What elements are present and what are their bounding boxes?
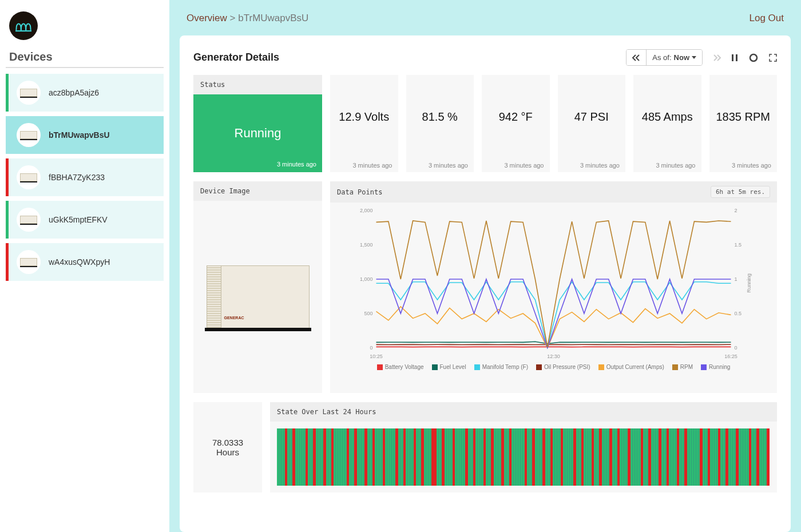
stat-value: 81.5 % <box>406 75 474 158</box>
chart-body: 05001,0001,5002,00000.511.52Running10:25… <box>330 203 777 375</box>
state24-header: State Over Last 24 Hours <box>270 402 777 422</box>
refresh-button[interactable] <box>748 53 759 63</box>
state-segment <box>398 428 403 486</box>
legend-item[interactable]: Oil Pressure (PSI) <box>536 364 590 370</box>
time-prev-button[interactable] <box>626 50 647 65</box>
mid-row: Device Image GENERAC Data Points 6h at 5… <box>193 181 777 393</box>
stat-value: 942 °F <box>482 75 550 158</box>
state24-card: State Over Last 24 Hours <box>270 402 777 493</box>
hours-card: 78.0333 Hours <box>193 402 262 493</box>
legend-item[interactable]: Battery Voltage <box>377 364 424 370</box>
chart-resolution-badge: 6h at 5m res. <box>711 186 770 198</box>
state-segment <box>535 428 543 486</box>
device-label: wA4xusQWXpyH <box>49 257 110 267</box>
state-segment <box>308 428 313 486</box>
svg-text:10:25: 10:25 <box>370 354 383 359</box>
sidebar-item-device[interactable]: bTrMUwapvBsU <box>6 116 164 154</box>
device-thumb <box>17 208 41 232</box>
state-segment <box>486 428 491 486</box>
state-segment <box>375 428 383 486</box>
device-thumb <box>17 123 41 147</box>
state-segment <box>553 428 561 486</box>
state-segment <box>612 428 617 486</box>
device-label: fBBHA7ZyK233 <box>49 173 105 182</box>
svg-text:1,500: 1,500 <box>360 242 373 248</box>
legend-item[interactable]: Running <box>701 364 730 370</box>
state-segment <box>431 428 437 486</box>
svg-rect-2 <box>736 54 737 61</box>
state-segment <box>316 428 324 486</box>
stat-ago: 3 minutes ago <box>709 158 778 172</box>
content-panel: Generator Details As of: Now <box>180 35 791 532</box>
state-segment <box>334 428 347 486</box>
asof-dropdown[interactable]: As of: Now <box>647 50 702 65</box>
main: Overview > bTrMUwapvBsU Log Out Generato… <box>169 0 801 532</box>
sidebar: Devices acz8bpA5ajz6 bTrMUwapvBsU fBBHA7… <box>0 0 169 532</box>
device-image-body: GENERAC <box>193 201 322 393</box>
state-segment <box>703 428 708 486</box>
state-segment <box>643 428 648 486</box>
state-segment <box>669 428 677 486</box>
status-value: Running <box>235 126 281 141</box>
topbar: Overview > bTrMUwapvBsU Log Out <box>169 0 801 29</box>
svg-text:Running: Running <box>746 273 752 293</box>
state-segment <box>511 428 525 486</box>
state-segment <box>751 428 756 486</box>
status-body: Running 3 minutes ago <box>193 94 322 172</box>
status-ago: 3 minutes ago <box>277 161 316 168</box>
legend-item[interactable]: Fuel Level <box>432 364 466 370</box>
stat-ago: 3 minutes ago <box>633 158 701 172</box>
svg-rect-1 <box>732 54 733 61</box>
chart-legend: Battery VoltageFuel LevelManifold Temp (… <box>336 364 771 370</box>
state-segment <box>527 428 532 486</box>
time-next-button[interactable] <box>713 54 721 61</box>
device-image-card: Device Image GENERAC <box>193 181 322 393</box>
state-segment <box>602 428 610 486</box>
sidebar-item-device[interactable]: acz8bpA5ajz6 <box>6 74 164 112</box>
state-segment <box>287 428 292 486</box>
breadcrumb-sep: > <box>230 13 236 23</box>
generator-brand: GENERAC <box>224 316 244 320</box>
sidebar-item-device[interactable]: wA4xusQWXpyH <box>6 243 164 281</box>
logout-link[interactable]: Log Out <box>750 13 784 24</box>
state-segment <box>759 428 767 486</box>
stat-value: 47 PSI <box>558 75 626 158</box>
sidebar-item-device[interactable]: fBBHA7ZyK233 <box>6 158 164 196</box>
state-segment <box>687 428 700 486</box>
legend-item[interactable]: Manifold Temp (F) <box>474 364 528 370</box>
state-segment <box>710 428 718 486</box>
stat-value: 12.9 Volts <box>330 75 398 158</box>
device-label: bTrMUwapvBsU <box>49 130 110 140</box>
breadcrumb: Overview > bTrMUwapvBsU <box>187 13 308 24</box>
status-header: Status <box>193 75 322 94</box>
page-title: Generator Details <box>193 51 279 63</box>
datapoints-chart[interactable]: 05001,0001,5002,00000.511.52Running10:25… <box>336 206 771 360</box>
stat-card: 485 Amps 3 minutes ago <box>633 75 701 172</box>
state-segment <box>357 428 365 486</box>
state-segment <box>385 428 395 486</box>
sidebar-item-device[interactable]: uGkK5mptEFKV <box>6 201 164 239</box>
state-segment <box>424 428 432 486</box>
svg-text:0.5: 0.5 <box>735 311 742 316</box>
state-segment <box>661 428 667 486</box>
breadcrumb-root[interactable]: Overview <box>187 13 227 23</box>
device-image-header: Device Image <box>193 181 322 201</box>
state-segment <box>468 428 473 486</box>
generator-image: GENERAC <box>207 265 310 328</box>
state-segment <box>445 428 453 486</box>
legend-item[interactable]: Output Current (Amps) <box>598 364 664 370</box>
state-segment <box>576 428 581 486</box>
pause-button[interactable] <box>731 54 738 62</box>
asof-prefix: As of: <box>652 53 671 62</box>
state-segment <box>504 428 509 486</box>
svg-text:1: 1 <box>735 276 737 282</box>
svg-text:16:25: 16:25 <box>724 354 737 359</box>
legend-item[interactable]: RPM <box>672 364 693 370</box>
chart-header-row: Data Points 6h at 5m res. <box>330 181 777 203</box>
hours-value: 78.0333 <box>212 438 243 447</box>
state-segment <box>739 428 749 486</box>
svg-text:12:30: 12:30 <box>547 354 560 359</box>
state-segment <box>720 428 725 486</box>
fullscreen-button[interactable] <box>769 54 777 62</box>
breadcrumb-leaf: bTrMUwapvBsU <box>238 13 308 23</box>
